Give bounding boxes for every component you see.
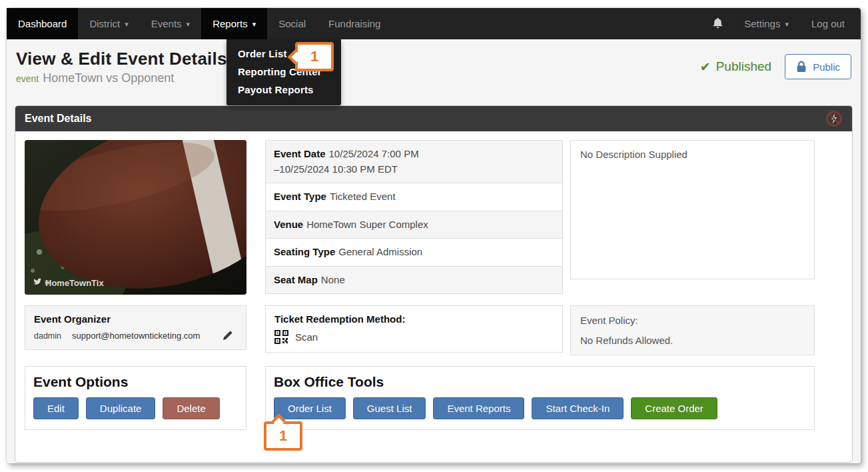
qr-scan-icon	[274, 330, 288, 344]
chevron-down-icon: ▾	[187, 20, 191, 28]
detail-value: 10/25/2024 7:00 PM	[329, 148, 419, 159]
app-window: Dashboard District▾ Events▾ Reports▾ Soc…	[7, 8, 861, 463]
details-row-3: Event Options Edit Duplicate Delete Box …	[25, 366, 843, 430]
event-options-buttons: Edit Duplicate Delete	[33, 397, 238, 419]
edit-button[interactable]: Edit	[33, 397, 79, 419]
page-subtitle: eventHomeTown vs Opponent	[16, 71, 227, 85]
create-order-button[interactable]: Create Order	[631, 397, 717, 419]
event-description-text: No Description Supplied	[580, 149, 687, 160]
event-description-box: No Description Supplied	[570, 140, 815, 279]
annotation-number: 1	[310, 48, 318, 65]
public-visibility-button[interactable]: Public	[785, 54, 851, 79]
event-tag: event	[16, 73, 39, 84]
detail-value-line2: –10/25/2024 10:30 PM EDT	[274, 162, 554, 177]
page-title: View & Edit Event Details	[16, 49, 227, 69]
public-label: Public	[813, 61, 840, 73]
chevron-down-icon: ▾	[252, 20, 256, 28]
edit-pencil-icon[interactable]	[222, 331, 232, 341]
guest-list-button[interactable]: Guest List	[353, 397, 426, 419]
nav-fundraising[interactable]: Fundraising	[317, 8, 392, 39]
nav-events-label: Events	[151, 18, 182, 29]
event-name: HomeTown vs Opponent	[43, 71, 174, 85]
top-navbar: Dashboard District▾ Events▾ Reports▾ Soc…	[7, 8, 861, 39]
detail-value: None	[321, 274, 345, 285]
event-policy-title: Event Policy:	[580, 315, 805, 326]
nav-settings-label: Settings	[744, 18, 780, 29]
nav-reports[interactable]: Reports▾	[201, 8, 267, 39]
box-office-tools-box: Box Office Tools Order List Guest List E…	[265, 366, 815, 430]
annotation-number: 1	[279, 427, 287, 445]
event-reports-button[interactable]: Event Reports	[433, 397, 524, 419]
event-policy-box: Event Policy: No Refunds Allowed.	[570, 305, 815, 355]
event-image: HomeTownTix	[25, 140, 246, 295]
detail-row-event-date: Event Date10/25/2024 7:00 PM –10/25/2024…	[265, 140, 563, 183]
page-header: View & Edit Event Details eventHomeTown …	[16, 49, 851, 85]
organizer-username: dadmin	[34, 331, 61, 341]
detail-row-seat-map: Seat MapNone	[265, 266, 563, 295]
nav-settings[interactable]: Settings▾	[733, 8, 800, 39]
notifications-bell-icon[interactable]	[703, 8, 733, 39]
event-details-panel-body: HomeTownTix Event Date10/25/2024 7:00 PM…	[15, 131, 852, 462]
detail-row-seating-type: Seating TypeGeneral Admission	[265, 238, 563, 267]
event-organizer-title: Event Organizer	[34, 313, 237, 325]
event-image-box: HomeTownTix	[25, 140, 246, 295]
detail-label: Seat Map	[274, 274, 318, 285]
detail-label: Venue	[274, 219, 303, 230]
organizer-email: support@hometownticketing.com	[72, 331, 200, 341]
event-policy-text: No Refunds Allowed.	[580, 335, 805, 346]
nav-reports-label: Reports	[213, 18, 248, 29]
box-office-tools-title: Box Office Tools	[274, 374, 806, 390]
box-office-buttons: Order List Guest List Event Reports Star…	[274, 397, 806, 419]
check-icon: ✔	[700, 59, 711, 75]
nav-logout[interactable]: Log out	[800, 8, 861, 39]
panel-title: Event Details	[25, 113, 91, 125]
image-watermark: HomeTownTix	[45, 278, 104, 288]
published-status: ✔ Published	[700, 59, 771, 75]
details-row-2: Event Organizer dadmin support@hometownt…	[25, 305, 843, 355]
order-list-button[interactable]: Order List	[274, 397, 346, 419]
event-options-box: Event Options Edit Duplicate Delete	[25, 366, 246, 430]
page-header-right: ✔ Published Public	[700, 54, 851, 79]
detail-value: General Admission	[338, 246, 422, 257]
event-organizer-line: dadmin support@hometownticketing.com	[34, 331, 237, 341]
flash-off-icon[interactable]	[825, 110, 843, 127]
nav-events[interactable]: Events▾	[140, 8, 201, 39]
event-organizer-box: Event Organizer dadmin support@hometownt…	[25, 305, 246, 350]
start-check-in-button[interactable]: Start Check-In	[532, 397, 624, 419]
published-label: Published	[716, 59, 771, 74]
menu-item-payout-reports[interactable]: Payout Reports	[226, 81, 341, 99]
detail-label: Event Type	[274, 191, 326, 202]
detail-row-venue: VenueHomeTown Super Complex	[265, 211, 563, 239]
page-header-left: View & Edit Event Details eventHomeTown …	[16, 49, 227, 85]
duplicate-button[interactable]: Duplicate	[86, 397, 156, 419]
page-content: View & Edit Event Details eventHomeTown …	[7, 39, 861, 463]
event-options-title: Event Options	[33, 374, 238, 390]
detail-row-event-type: Event TypeTicketed Event	[265, 183, 563, 211]
detail-value: HomeTown Super Complex	[306, 219, 428, 230]
nav-social[interactable]: Social	[267, 8, 317, 39]
chevron-down-icon: ▾	[125, 20, 129, 28]
delete-button[interactable]: Delete	[163, 397, 219, 419]
nav-district[interactable]: District▾	[78, 8, 139, 39]
nav-spacer	[392, 8, 703, 39]
detail-label: Seating Type	[274, 246, 335, 257]
event-detail-table: Event Date10/25/2024 7:00 PM –10/25/2024…	[265, 140, 563, 294]
ticket-redemption-title: Ticket Redemption Method:	[274, 313, 554, 325]
ticket-redemption-line: Scan	[274, 330, 554, 344]
event-details-panel-header: Event Details	[15, 106, 852, 131]
details-row-1: HomeTownTix Event Date10/25/2024 7:00 PM…	[25, 140, 843, 295]
detail-label: Event Date	[274, 148, 326, 159]
event-details-panel: Event Details	[15, 105, 853, 463]
chevron-down-icon: ▾	[785, 20, 789, 28]
ticket-redemption-box: Ticket Redemption Method: Scan	[265, 305, 563, 353]
redemption-method-label: Scan	[295, 331, 318, 343]
annotation-step-1-menu: 1	[295, 42, 334, 71]
lock-icon	[796, 61, 807, 73]
nav-dashboard[interactable]: Dashboard	[7, 8, 78, 39]
nav-district-label: District	[89, 18, 120, 29]
annotation-step-1-button: 1	[264, 421, 302, 451]
detail-value: Ticketed Event	[330, 191, 396, 202]
